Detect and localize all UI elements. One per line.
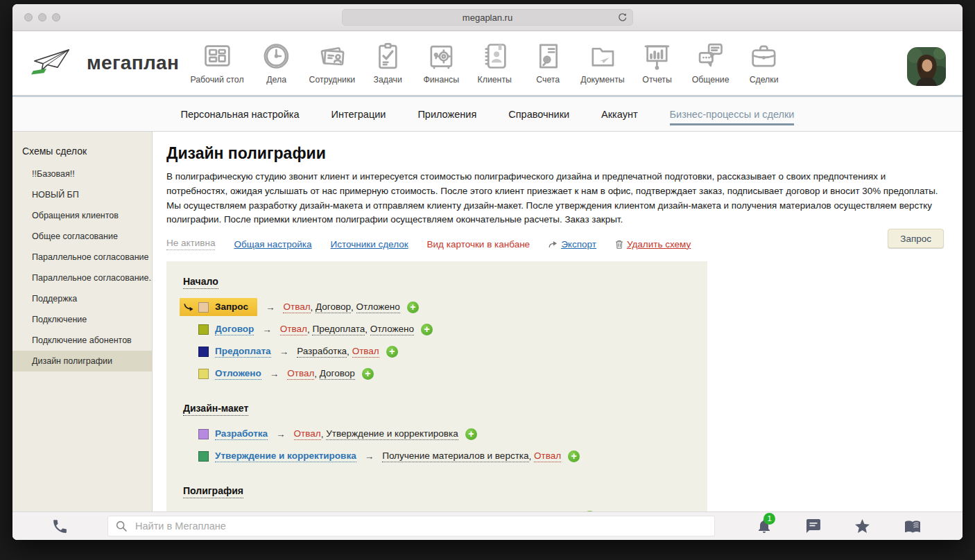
transition-target-link[interactable]: Отвал xyxy=(280,324,307,335)
transition-target-link[interactable]: Разработка xyxy=(297,346,347,358)
transition-target-link[interactable]: Договор xyxy=(316,301,351,313)
minimize-button[interactable] xyxy=(38,13,46,21)
sidebar-item-1[interactable]: НОВЫЙ БП xyxy=(12,184,152,205)
transition-target-link[interactable]: Отвал xyxy=(287,368,314,380)
deals-icon xyxy=(748,36,780,72)
close-button[interactable] xyxy=(24,13,33,21)
deal-sources-link[interactable]: Источники сделок xyxy=(331,239,408,250)
transition-target-link[interactable]: Отвал xyxy=(534,450,561,462)
status-link[interactable]: Договор xyxy=(215,324,254,335)
transition-target-link[interactable]: Отвал xyxy=(352,346,379,358)
transition-target-link[interactable]: Договор xyxy=(320,368,355,380)
transition-target-link[interactable]: Утверждение и корректировка xyxy=(326,428,458,440)
notification-badge: 1 xyxy=(763,513,775,525)
nav-item-todo[interactable]: Дела xyxy=(256,36,297,85)
tasks-icon xyxy=(372,36,404,72)
subnav-tab-2[interactable]: Приложения xyxy=(417,103,476,125)
add-transition-button[interactable]: + xyxy=(465,428,477,440)
delete-scheme-link[interactable]: Удалить схему xyxy=(615,239,691,250)
status-link[interactable]: Разработка xyxy=(215,428,268,440)
status-link[interactable]: Запрос xyxy=(215,301,248,313)
sidebar-item-3[interactable]: Общее согласование xyxy=(12,226,152,247)
notifications-button[interactable]: 1 xyxy=(756,518,773,534)
status-toggle[interactable]: Не активна xyxy=(166,238,215,250)
transition-target-link[interactable]: Отложено xyxy=(370,324,414,335)
transition-target-link[interactable]: Отвал xyxy=(283,301,310,313)
phone-button[interactable] xyxy=(51,518,69,535)
sidebar-item-4[interactable]: Параллельное согласование xyxy=(12,247,152,268)
sidebar-item-2[interactable]: Обращения клиентов xyxy=(12,205,152,226)
bottom-bar-icons: 1 xyxy=(715,518,963,535)
sidebar-item-0[interactable]: !!Базовая!! xyxy=(12,164,152,184)
workflow-row: Утверждение и корректировка→Получение ма… xyxy=(183,446,691,466)
section-title[interactable]: Дизайн-макет xyxy=(183,403,248,416)
nav-item-invoices[interactable]: Счета xyxy=(527,36,569,85)
megaplan-logo[interactable]: мегаплан xyxy=(31,46,179,80)
transition-arrow: → xyxy=(276,429,286,439)
general-settings-link[interactable]: Общая настройка xyxy=(234,239,311,250)
help-book-button[interactable] xyxy=(904,518,922,534)
subnav-tab-5[interactable]: Бизнес-процессы и сделки xyxy=(670,103,795,125)
request-button[interactable]: Запрос xyxy=(888,229,944,248)
status-link[interactable]: Предоплата xyxy=(215,346,271,358)
section-title[interactable]: Полиграфия xyxy=(183,485,243,498)
transition-target-link[interactable]: Отвал xyxy=(294,428,321,440)
todo-icon xyxy=(261,36,293,72)
nav-item-label: Счета xyxy=(536,75,560,85)
search-box[interactable] xyxy=(107,516,715,536)
transition-target-link[interactable]: Получение материалов и верстка xyxy=(382,450,528,462)
settings-subnav: Персональная настройкаИнтеграцииПриложен… xyxy=(12,97,963,132)
app-header: мегаплан Рабочий столДелаСотрудникиЗадач… xyxy=(12,31,963,97)
add-transition-button[interactable]: + xyxy=(386,346,398,358)
add-transition-button[interactable]: + xyxy=(421,324,433,335)
nav-item-documents[interactable]: Документы xyxy=(580,36,624,85)
status-color-swatch xyxy=(198,324,209,335)
add-transition-button[interactable]: + xyxy=(362,368,374,380)
nav-item-finance[interactable]: Финансы xyxy=(420,36,462,85)
url-text: megaplan.ru xyxy=(463,12,512,23)
subnav-tab-3[interactable]: Справочники xyxy=(508,103,569,125)
reload-icon[interactable] xyxy=(617,12,628,23)
nav-item-label: Общение xyxy=(692,75,730,85)
nav-item-desktop[interactable]: Рабочий стол xyxy=(190,36,243,85)
kanban-card-view-link[interactable]: Вид карточки в канбане xyxy=(427,239,530,250)
status-link[interactable]: Утверждение и корректировка xyxy=(215,450,356,462)
user-avatar[interactable] xyxy=(907,47,946,86)
nav-item-deals[interactable]: Сделки xyxy=(743,36,785,85)
search-input[interactable] xyxy=(134,520,707,532)
workflow-row: Запрос→Отвал, Договор, Отложено+ xyxy=(183,297,691,317)
status-color-swatch xyxy=(198,451,209,462)
nav-item-reports[interactable]: Отчеты xyxy=(637,36,678,85)
transition-target-link[interactable]: Отложено xyxy=(356,301,400,313)
status-link[interactable]: Отложено xyxy=(215,368,261,380)
sidebar-item-9[interactable]: Дизайн полиграфии xyxy=(12,351,152,371)
address-bar[interactable]: megaplan.ru xyxy=(342,9,633,26)
nav-item-label: Рабочий стол xyxy=(190,75,243,85)
export-label: Экспорт xyxy=(561,239,596,250)
sidebar-item-8[interactable]: Подключение абонентов xyxy=(12,330,152,351)
desktop-icon xyxy=(201,36,233,72)
nav-item-label: Дела xyxy=(266,75,286,85)
subnav-tab-0[interactable]: Персональная настройка xyxy=(181,103,300,125)
nav-item-employees[interactable]: Сотрудники xyxy=(309,36,356,85)
section-title[interactable]: Начало xyxy=(183,276,218,289)
add-transition-button[interactable]: + xyxy=(568,450,580,462)
sidebar-item-7[interactable]: Подключение xyxy=(12,309,152,330)
nav-item-communication[interactable]: Общение xyxy=(690,36,732,85)
transition-target-link[interactable]: Предоплата xyxy=(312,324,365,335)
zoom-button[interactable] xyxy=(52,13,60,21)
workflow-row: Договор→Отвал, Предоплата, Отложено+ xyxy=(183,320,691,339)
favorites-button[interactable] xyxy=(854,518,871,535)
subnav-tab-1[interactable]: Интеграции xyxy=(331,103,386,125)
export-link[interactable]: Экспорт xyxy=(549,239,596,250)
add-transition-button[interactable]: + xyxy=(407,301,419,313)
sidebar-item-6[interactable]: Поддержка xyxy=(12,288,152,309)
subnav-tab-4[interactable]: Аккаунт xyxy=(601,103,637,125)
page-title: Дизайн полиграфии xyxy=(166,144,944,163)
nav-item-label: Клиенты xyxy=(478,75,512,85)
nav-item-clients[interactable]: Клиенты xyxy=(474,36,515,85)
nav-item-label: Документы xyxy=(580,75,624,85)
nav-item-tasks[interactable]: Задачи xyxy=(367,36,408,85)
sidebar-item-5[interactable]: Параллельное согласование... xyxy=(12,268,152,288)
messages-button[interactable] xyxy=(805,518,822,534)
